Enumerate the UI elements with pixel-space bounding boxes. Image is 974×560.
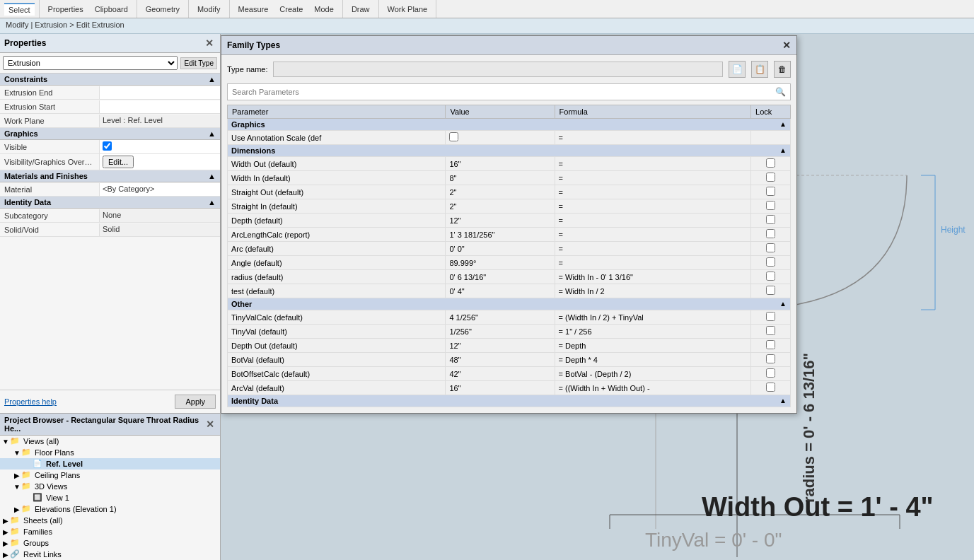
extrusion-type-select[interactable]: Extrusion: [3, 56, 178, 70]
tab-select[interactable]: Select: [4, 3, 35, 16]
param-lock-cell[interactable]: [751, 171, 791, 185]
visible-checkbox-cell[interactable]: [99, 140, 220, 153]
param-value-cell[interactable]: 42": [446, 367, 555, 381]
param-lock-checkbox[interactable]: [766, 158, 775, 168]
param-lock-cell[interactable]: [751, 353, 791, 367]
param-value-cell[interactable]: 48": [446, 353, 555, 367]
param-formula-cell[interactable]: =: [555, 242, 751, 256]
project-browser-close-button[interactable]: ✕: [204, 418, 216, 431]
param-value-cell[interactable]: 1/256": [446, 325, 555, 339]
tab-workplane[interactable]: Work Plane: [383, 4, 432, 15]
param-lock-cell[interactable]: [751, 185, 791, 199]
tree-item[interactable]: 📄Ref. Level: [0, 458, 220, 469]
param-formula-cell[interactable]: = Depth * 4: [555, 353, 751, 367]
extrusion-start-input[interactable]: -0' 6": [103, 102, 217, 110]
param-formula-cell[interactable]: =: [555, 199, 751, 214]
tab-draw[interactable]: Draw: [347, 4, 374, 15]
tree-expand-icon[interactable]: ▶: [1, 539, 10, 547]
param-lock-checkbox[interactable]: [766, 201, 775, 210]
constraints-collapse-icon[interactable]: ▲: [208, 75, 216, 83]
param-lock-checkbox[interactable]: [766, 229, 775, 238]
param-lock-cell[interactable]: [751, 199, 791, 214]
param-lock-checkbox[interactable]: [766, 286, 775, 295]
identity-collapse-icon[interactable]: ▲: [208, 198, 216, 206]
tab-clipboard[interactable]: Clipboard: [91, 4, 132, 15]
param-lock-cell[interactable]: [751, 284, 791, 298]
tab-measure[interactable]: Measure: [234, 4, 273, 15]
param-value-cell[interactable]: 16": [446, 157, 555, 171]
dialog-close-button[interactable]: ✕: [782, 40, 791, 51]
section-collapse-icon[interactable]: ▲: [779, 146, 787, 154]
param-formula-cell[interactable]: =: [555, 256, 751, 270]
param-formula-cell[interactable]: =: [555, 131, 751, 145]
apply-button[interactable]: Apply: [175, 395, 216, 409]
tree-item[interactable]: ▶📁Families: [0, 526, 220, 537]
param-value-cell[interactable]: 2": [446, 185, 555, 199]
tree-item[interactable]: ▶📁Elevations (Elevation 1): [0, 503, 220, 515]
tab-create[interactable]: Create: [275, 4, 307, 15]
tree-expand-icon[interactable]: ▶: [1, 551, 10, 559]
tree-item[interactable]: ▶📁Ceiling Plans: [0, 469, 220, 481]
param-value-cell[interactable]: 89.999°: [446, 256, 555, 270]
param-lock-checkbox[interactable]: [766, 215, 775, 224]
param-value-cell[interactable]: 2": [446, 199, 555, 214]
tree-item[interactable]: ▶📁Sheets (all): [0, 515, 220, 526]
tab-properties[interactable]: Properties: [44, 4, 88, 15]
param-value-cell[interactable]: 8": [446, 171, 555, 185]
param-formula-cell[interactable]: = (Width In / 2) + TinyVal: [555, 310, 751, 325]
param-lock-cell[interactable]: [751, 157, 791, 171]
tree-item[interactable]: ▼📁Views (all): [0, 436, 220, 447]
tree-item[interactable]: 🔲View 1: [0, 492, 220, 503]
type-name-input[interactable]: [273, 62, 723, 77]
param-value-cell[interactable]: 4 1/256": [446, 310, 555, 325]
visibility-graphics-edit-button[interactable]: Edit...: [103, 156, 134, 168]
param-formula-cell[interactable]: =: [555, 228, 751, 242]
tree-item[interactable]: ▶📁Groups: [0, 537, 220, 549]
param-formula-cell[interactable]: = Width In - 0' 1 3/16": [555, 270, 751, 284]
param-lock-cell[interactable]: [751, 367, 791, 381]
param-value-cell[interactable]: [446, 131, 555, 145]
param-lock-cell[interactable]: [751, 325, 791, 339]
tree-item[interactable]: ▼📁3D Views: [0, 481, 220, 492]
section-collapse-icon[interactable]: ▲: [779, 300, 787, 308]
tab-geometry[interactable]: Geometry: [141, 4, 184, 15]
extrusion-end-input[interactable]: 0' 6": [103, 88, 217, 96]
section-collapse-icon[interactable]: ▲: [779, 397, 787, 404]
param-lock-checkbox[interactable]: [766, 173, 775, 182]
param-lock-cell[interactable]: [751, 381, 791, 395]
param-formula-cell[interactable]: =: [555, 185, 751, 199]
tree-expand-icon[interactable]: ▼: [1, 438, 10, 445]
param-lock-checkbox[interactable]: [766, 340, 775, 349]
new-type-button[interactable]: 📄: [729, 61, 746, 78]
param-lock-checkbox[interactable]: [766, 272, 775, 281]
graphics-collapse-icon[interactable]: ▲: [208, 129, 216, 138]
param-value-cell[interactable]: 0' 0": [446, 242, 555, 256]
param-lock-cell[interactable]: [751, 310, 791, 325]
param-lock-cell[interactable]: [751, 339, 791, 353]
tree-expand-icon[interactable]: ▶: [1, 517, 10, 525]
dialog-title-bar[interactable]: Family Types ✕: [221, 36, 796, 55]
delete-type-button[interactable]: 🗑: [774, 61, 791, 78]
tree-item[interactable]: ▶🔗Revit Links: [0, 549, 220, 560]
param-formula-cell[interactable]: =: [555, 171, 751, 185]
param-formula-cell[interactable]: = Width In / 2: [555, 284, 751, 298]
materials-collapse-icon[interactable]: ▲: [208, 172, 216, 180]
param-formula-cell[interactable]: = BotVal - (Depth / 2): [555, 367, 751, 381]
param-formula-cell[interactable]: = 1" / 256: [555, 325, 751, 339]
param-lock-checkbox[interactable]: [766, 383, 775, 392]
tab-mode[interactable]: Mode: [310, 4, 338, 15]
param-lock-cell[interactable]: [751, 214, 791, 228]
param-value-cell[interactable]: 0' 4": [446, 284, 555, 298]
param-lock-checkbox[interactable]: [766, 187, 775, 196]
properties-help-link[interactable]: Properties help: [4, 397, 57, 406]
param-lock-checkbox[interactable]: [766, 257, 775, 267]
param-formula-cell[interactable]: = ((Width In + Width Out) -: [555, 381, 751, 395]
param-lock-cell[interactable]: [751, 256, 791, 270]
param-lock-cell[interactable]: [751, 242, 791, 256]
tree-expand-icon[interactable]: ▶: [13, 506, 21, 513]
edit-type-button[interactable]: Edit Type: [180, 57, 217, 69]
section-collapse-icon[interactable]: ▲: [779, 120, 787, 128]
param-formula-cell[interactable]: = Depth: [555, 339, 751, 353]
extrusion-start-value[interactable]: -0' 6": [99, 100, 220, 113]
param-value-cell[interactable]: 12": [446, 339, 555, 353]
